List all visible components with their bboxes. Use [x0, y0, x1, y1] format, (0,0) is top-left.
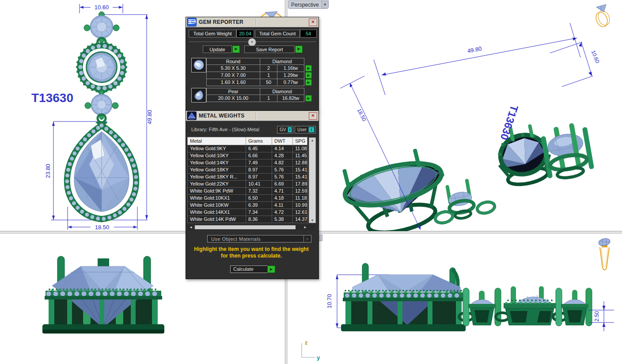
- titlebar-divider: [256, 19, 256, 26]
- metal-row[interactable]: Yellow Gold:22KY10.416.6917.89: [188, 181, 316, 188]
- gem-row-select-icon[interactable]: ▶: [305, 95, 312, 102]
- model-number-label: T13630: [31, 91, 73, 105]
- metal-row[interactable]: Yellow Gold:9KY6.454.1411.08: [188, 145, 316, 152]
- col-header-spg[interactable]: SPG: [292, 137, 307, 145]
- metal-weights-close-icon[interactable]: ✕: [309, 112, 317, 120]
- dim-front-top-text: 10.60: [95, 4, 109, 11]
- dim-persp-length: [374, 23, 580, 95]
- round-gem-thumbnail: [191, 58, 206, 72]
- total-gem-weight-value: 20.04: [236, 30, 254, 38]
- scrollbar-thumb[interactable]: [195, 225, 296, 229]
- scroll-up-icon[interactable]: ▲: [309, 139, 315, 142]
- metal-row[interactable]: White Gold:14KX17.344.7212.61: [188, 209, 316, 216]
- dim-side-height-text: 10.70: [326, 294, 333, 309]
- dim-persp-side-text: 18.50: [356, 108, 368, 122]
- metal-row[interactable]: Yellow Gold:14KY7.494.8212.88: [188, 159, 316, 167]
- gem-shape-header: Pear: [206, 88, 260, 95]
- svg-text:z: z: [305, 339, 308, 346]
- total-gem-weight-label: Total Gem Weight: [189, 30, 236, 38]
- metal-weights-title: METAL WEIGHTS: [199, 113, 244, 119]
- connector-loop-2: [476, 201, 496, 215]
- use-object-materials-label: Use Object Materials: [208, 236, 303, 242]
- save-report-button[interactable]: Save Report: [244, 46, 295, 53]
- dim-persp-height-text: 10.60: [590, 49, 601, 64]
- calculate-hint-text: Highlight the item you want to find the …: [190, 246, 312, 259]
- gem-reporter-icon: [187, 18, 197, 27]
- gem-size: 7.00 X 7.00: [206, 72, 260, 79]
- gem-size: 1.60 X 1.60: [206, 79, 260, 86]
- viewport-side[interactable]: 10.70: [287, 234, 622, 364]
- library-label: Library: Fifth Ave - (Slow)-Metal: [191, 127, 259, 132]
- vertical-scrollbar[interactable]: ▲ ▼: [309, 137, 316, 223]
- metal-row[interactable]: Yellow Gold:18KY R...8.975.7615.41: [188, 174, 316, 181]
- svg-text:y: y: [317, 354, 320, 361]
- gem-reporter-panel: GEM REPORTER ✕ Total Gem Weight 20.04 To…: [186, 17, 319, 111]
- total-gem-count-label: Total Gem Count: [255, 30, 300, 38]
- update-run-icon[interactable]: ▶: [232, 46, 240, 53]
- metal-row[interactable]: White Gold:14K PdW8.365.3814.37: [188, 216, 316, 223]
- application-canvas: 10.60 49.80 23.80 18.50 T13630: [0, 0, 622, 364]
- metal-row[interactable]: Yellow Gold:18KY8.975.7615.41: [188, 167, 316, 174]
- use-object-materials-button[interactable]: Use Object Materials ○: [207, 235, 311, 243]
- user-toggle-label: User: [297, 127, 307, 132]
- metal-weights-icon: [187, 111, 197, 120]
- metal-weights-titlebar[interactable]: METAL WEIGHTS ✕: [186, 111, 319, 121]
- gem-reporter-titlebar[interactable]: GEM REPORTER ✕: [186, 17, 319, 27]
- gem-size: 5.30 X 5.30: [206, 64, 260, 72]
- small-settings-render: [459, 286, 592, 326]
- gem-type-header: Diamond: [260, 88, 304, 95]
- pear-basket-render: [336, 144, 455, 231]
- viewport-perspective[interactable]: 49.80 18.50 10.60 T13630: [287, 0, 622, 231]
- gem-weight: 1.29tw: [277, 72, 304, 79]
- dim-persp-height: [550, 42, 593, 87]
- pendant-side-render: [341, 263, 466, 331]
- gem-row-select-icon[interactable]: ▶: [305, 72, 312, 79]
- metal-row[interactable]: White Gold:10KX16.504.1811.18: [188, 195, 316, 202]
- save-report-run-icon[interactable]: ▶: [295, 46, 303, 53]
- col-header-metal[interactable]: Metal: [187, 137, 246, 145]
- gem-row-select-icon[interactable]: ▶: [305, 65, 312, 72]
- scroll-right-icon[interactable]: ►: [303, 225, 307, 229]
- total-gem-count-value: 54: [300, 30, 317, 38]
- calculate-run-icon[interactable]: ▶: [267, 265, 275, 273]
- titlebar-divider: [256, 112, 256, 119]
- viewport-label-text: Perspective: [288, 2, 322, 8]
- gem-weight: 0.77tw: [277, 79, 304, 86]
- gem-count: 1: [260, 72, 277, 79]
- viewport-label-dropdown-icon[interactable]: ▼: [322, 1, 328, 8]
- user-toggle-state: I: [308, 127, 315, 133]
- col-header-dwt[interactable]: DWT: [272, 137, 293, 145]
- axis-gizmo: z y: [302, 339, 320, 361]
- metal-row[interactable]: White Gold:9K PdW7.324.7112.59: [188, 188, 316, 195]
- gem-row-select-icon[interactable]: ▶: [305, 79, 312, 86]
- gem-count: 1: [260, 95, 277, 102]
- dim-side-gap-text: 2.50: [594, 311, 600, 322]
- ring-gizmo-perspective-icon: [594, 4, 612, 28]
- dim-front-bottom-text: 18.50: [95, 224, 110, 231]
- dim-persp-length-text: 49.80: [467, 45, 482, 54]
- horizontal-scrollbar[interactable]: ◄ ►: [188, 224, 316, 230]
- gv-toggle-label: GV: [280, 127, 286, 132]
- viewport-label-perspective[interactable]: Perspective ▼: [288, 0, 329, 9]
- metal-weights-panel: METAL WEIGHTS ✕ Library: Fifth Ave - (Sl…: [186, 110, 319, 279]
- gem-weight: 16.82tw: [277, 95, 304, 102]
- metal-row[interactable]: White Gold:10KW6.394.1110.99: [188, 202, 316, 209]
- gem-shape-header: Round: [206, 58, 260, 65]
- scroll-down-icon[interactable]: ▼: [309, 219, 315, 222]
- col-header-grams[interactable]: Grams: [246, 137, 272, 145]
- dim-front-right-text: 49.80: [146, 110, 153, 125]
- use-object-materials-radio-icon[interactable]: ○: [303, 235, 311, 242]
- metal-row[interactable]: Yellow Gold:10KY6.664.2811.45: [188, 152, 316, 159]
- gem-weight: 1.16tw: [277, 64, 304, 72]
- update-button[interactable]: Update: [203, 46, 232, 53]
- basket-front-render: [42, 256, 164, 334]
- scroll-left-icon[interactable]: ◄: [189, 225, 193, 229]
- calculate-button[interactable]: Calculate: [230, 265, 268, 273]
- user-toggle[interactable]: User I: [295, 126, 316, 133]
- gv-toggle-state: I: [288, 127, 292, 133]
- gv-toggle[interactable]: GV I: [277, 126, 293, 133]
- metal-table-header: Metal Grams DWT SPG: [188, 137, 316, 145]
- gem-count: 2: [260, 64, 277, 72]
- gem-reporter-close-icon[interactable]: ✕: [309, 19, 317, 26]
- dim-front-left-text: 23.80: [45, 164, 51, 178]
